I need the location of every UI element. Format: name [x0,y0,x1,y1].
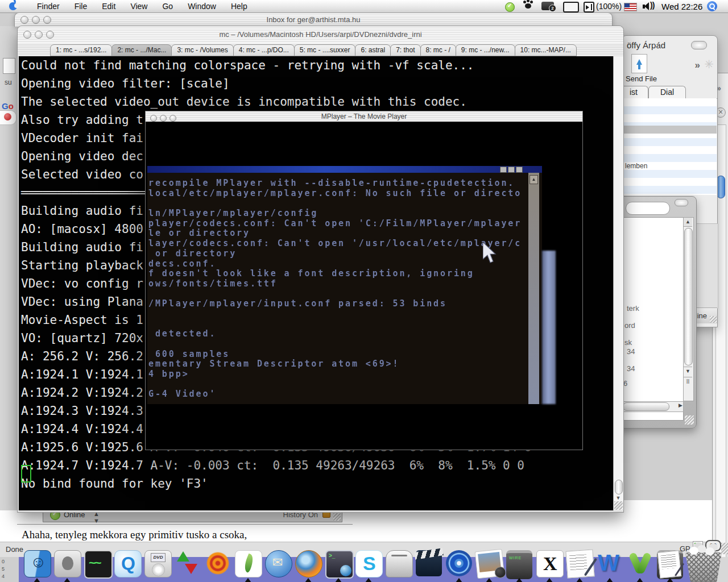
terminal-tab[interactable]: 6: astral [355,44,391,56]
terminal-tab[interactable]: 4: mc - ...p/DO... [233,44,295,56]
search-field[interactable] [626,202,670,215]
filmed-console-line: recompile MPlayer with --disable-runtime… [148,178,530,189]
minimized-document-icon[interactable] [657,550,682,579]
terminal-line: Opening video filter: [scale] [19,74,614,93]
dock-x11[interactable] [535,549,564,582]
contact-tabs: ist Dial [622,86,717,99]
contact-list[interactable]: lemben [623,98,717,195]
scroll-right-icon[interactable]: ▶ [679,402,682,408]
trash-icon[interactable] [685,552,722,582]
resize-grip[interactable] [710,316,717,323]
dock-system-package[interactable] [53,549,81,582]
dock-terminal[interactable] [505,549,533,582]
menu-item[interactable]: Finder [30,2,67,11]
scrollbar-thumb[interactable] [615,480,623,494]
menu-item[interactable]: Go [155,2,180,11]
scroll-down-icon[interactable]: ▼ [614,495,623,501]
running-indicator [335,578,342,582]
dock-firefox[interactable] [294,549,322,582]
resize-grip[interactable] [685,415,694,425]
filmed-console-line: local/etc/mplayer/mplayer.conf: No such … [148,189,530,199]
dock-activity-monitor[interactable] [83,549,111,582]
terminal-tab[interactable]: 7: thot [390,44,420,56]
menu-item[interactable]: File [67,2,95,11]
dock-remote-desktop[interactable] [324,549,353,582]
menu-item[interactable]: Edit [94,2,123,11]
display-icon[interactable] [563,2,579,13]
vertical-scrollbar[interactable]: ▲ ▼ II [683,217,694,401]
spotlight-icon[interactable] [707,1,717,11]
dock-text-document[interactable] [565,549,594,582]
video-area[interactable]: recompile MPlayer with --disable-runtime… [146,122,582,450]
terminal-tab[interactable]: 1: mc - ...s/192... [50,44,112,56]
dock-imovie[interactable] [415,549,443,582]
trash-paper [689,547,698,555]
tab-dial[interactable]: Dial [648,86,686,98]
toolbar-overflow-icon[interactable]: » [695,60,700,71]
scrollbar-thumb[interactable] [623,402,669,411]
inbox-window-titlebar[interactable]: Inbox for ger@arthist.mta.hu [14,13,613,27]
dock-skype[interactable] [354,549,383,582]
filmed-console-line [148,198,530,209]
terminal-tab[interactable]: 10: mc...-MAP/... [515,44,577,56]
metal-window: terkordsk34346 ▲ ▼ II ▶ [617,196,697,429]
dock-photoshop-feather[interactable] [234,549,262,582]
scrollbar-thumb[interactable] [684,228,693,365]
dock-thunderbird[interactable] [264,549,292,582]
filmed-console-line: decs.conf. [148,259,530,269]
dock-finder[interactable] [23,549,51,582]
minimize-button[interactable] [675,199,688,206]
filmed-console-line: 4 bpp> [148,369,530,380]
apple-menu-icon[interactable] [9,2,17,10]
dock-toast[interactable] [384,549,413,582]
text-fragment: ord [624,321,635,330]
terminal-scrollbar[interactable]: ▼ [613,56,623,510]
filmed-console-line: /MPlayer/mplayer/input.conf parsed: 53 b… [148,299,530,309]
mplayer-titlebar[interactable]: MPlayer – The Movie Player [146,111,582,122]
horizontal-scrollbar[interactable]: ▶ [621,401,684,412]
terminal-tab[interactable]: 2: mc - .../Mac... [111,44,172,56]
pause-icon[interactable]: II [684,377,692,386]
dock-file-transfer[interactable] [173,549,202,582]
send-file-icon[interactable] [631,54,647,73]
filmed-console-line: ln/MPlayer/mplayer/config [148,209,530,219]
dock-ipod-dvd[interactable] [143,549,172,582]
resize-grip[interactable] [333,513,341,521]
dock-dvd-player[interactable] [445,549,473,582]
menu-item[interactable]: Window [180,2,224,11]
scroll-down-icon[interactable]: ▼ [684,367,692,376]
selected-row[interactable] [623,126,717,134]
aqua-scrollbar-thumb[interactable] [717,176,725,198]
terminal-tab[interactable]: 8: mc - / [420,44,456,56]
paw-icon[interactable] [525,3,531,9]
battery-percentage[interactable]: (100%) [596,2,622,11]
scroll-up-icon[interactable]: ▲ [684,218,692,227]
filmed-console-line: ows/fonts/times.ttf [148,279,530,289]
desktop: #131 Ahaha, tenyleg mekkora egy primitiv… [0,0,728,582]
filmed-console-line: layer/codecs.conf: Can't open '/usr/loca… [148,239,530,249]
mc-window-titlebar[interactable]: mc – /Volumes/Macintosh HD/Users/arpi/DV… [18,26,623,44]
minimize-button[interactable] [691,41,707,49]
dock-iphoto[interactable] [475,549,503,582]
menu-item[interactable]: View [123,2,155,11]
volume-icon[interactable]: )) [643,2,657,11]
window-manager-icon[interactable]: 2 [541,2,554,10]
dock-word[interactable] [595,549,624,582]
filmed-window-edge [542,251,556,404]
dock-spiral-app[interactable] [204,549,232,582]
filmed-console-line: detected. [148,329,530,339]
send-file-label: Send File [626,74,657,83]
us-flag-icon[interactable] [624,3,637,11]
skype-status-icon[interactable] [505,2,515,12]
dock-quicktime[interactable] [113,549,142,582]
terminal-tab[interactable]: 5: mc - ....suxxer [294,44,356,56]
terminal-tab[interactable]: 3: mc - /Volumes [171,44,233,56]
dock-msn-messenger[interactable] [626,549,654,582]
resize-grip[interactable] [614,501,623,510]
menu-clock[interactable]: Wed 22:26 [661,2,702,11]
keyboard-layout-icon[interactable] [584,2,594,13]
terminal-tab[interactable]: 9: mc - .../new... [456,44,515,56]
mplayer-window: MPlayer – The Movie Player recompile MPl… [145,111,583,450]
terminal-line: No bind found for key 'F3' [19,475,614,493]
menu-item[interactable]: Help [224,2,255,11]
